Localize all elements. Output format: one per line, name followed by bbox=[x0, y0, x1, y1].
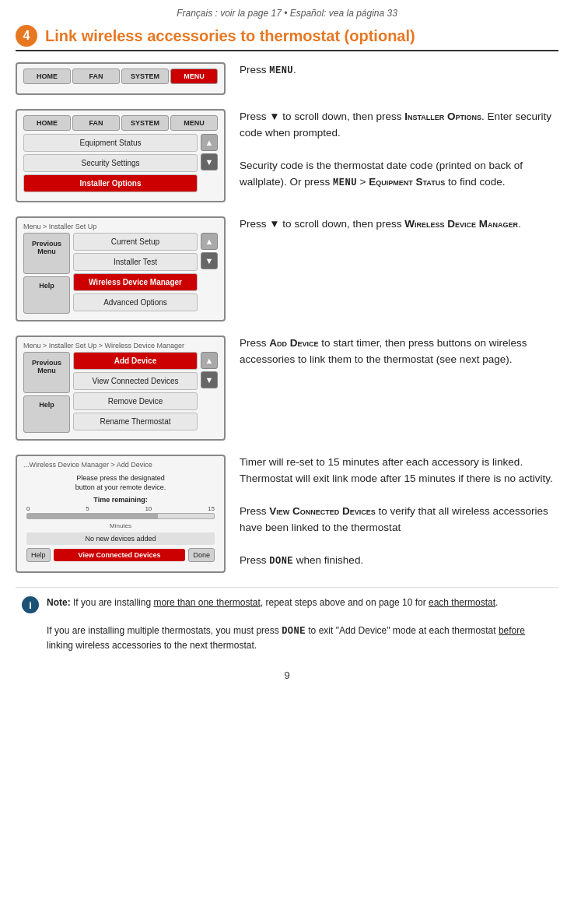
note-bold: Note: bbox=[47, 597, 71, 608]
nav2-system[interactable]: SYSTEM bbox=[121, 115, 169, 131]
block4-row: Menu > Installer Set Up > Wireless Devic… bbox=[16, 336, 558, 441]
key-view-connected: View Connected Devices bbox=[269, 505, 376, 517]
scroll-down3[interactable]: ▼ bbox=[201, 252, 218, 269]
screen3-scroll: Previous Menu Help Current Setup Install… bbox=[23, 233, 218, 314]
screen4-breadcrumb: Menu > Installer Set Up > Wireless Devic… bbox=[23, 342, 218, 350]
lang-es: Español: vea la página 33 bbox=[290, 8, 397, 19]
screen4-scroll: Previous Menu Help Add Device View Conne… bbox=[23, 352, 218, 433]
separator: • bbox=[282, 8, 290, 19]
menu-equipment-status[interactable]: Equipment Status bbox=[23, 134, 198, 152]
nav2-menu[interactable]: MENU bbox=[170, 115, 218, 131]
btn-help3[interactable]: Help bbox=[23, 276, 70, 314]
block4-screen: Menu > Installer Set Up > Wireless Devic… bbox=[16, 336, 226, 441]
timer-units: Minutes bbox=[26, 522, 215, 529]
btn-help5[interactable]: Help bbox=[26, 548, 51, 562]
step-number: 4 bbox=[16, 25, 37, 47]
key-installer-options: Installer Options bbox=[404, 111, 481, 122]
btn-done[interactable]: Done bbox=[188, 548, 215, 562]
nav2-home[interactable]: HOME bbox=[23, 115, 71, 131]
note-text: Note: If you are installing more than on… bbox=[47, 596, 552, 652]
key-done: done bbox=[269, 556, 293, 567]
key-add-device: Add Device bbox=[269, 337, 318, 349]
block2-instruction: Press ▼ to scroll down, then press Insta… bbox=[240, 109, 558, 191]
note-section: i Note: If you are installing more than … bbox=[16, 587, 558, 660]
screen4-menu-list: Add Device View Connected Devices Remove… bbox=[73, 352, 198, 433]
key-menu: menu bbox=[269, 65, 293, 76]
screen4: Menu > Installer Set Up > Wireless Devic… bbox=[16, 336, 226, 441]
scale-10: 10 bbox=[145, 505, 152, 512]
key-menu2: menu bbox=[333, 177, 357, 188]
scroll-up3[interactable]: ▲ bbox=[201, 233, 218, 250]
menu-rename-thermostat[interactable]: Rename Thermostat bbox=[73, 413, 198, 430]
scroll-up4[interactable]: ▲ bbox=[201, 352, 218, 369]
screen3-menu-list: Current Setup Installer Test Wireless De… bbox=[73, 233, 198, 314]
timer-label: Time remaining: bbox=[26, 496, 215, 504]
scroll-up[interactable]: ▲ bbox=[201, 134, 218, 151]
screen5: ...Wireless Device Manager > Add Device … bbox=[16, 455, 226, 573]
nav2-fan[interactable]: FAN bbox=[72, 115, 120, 131]
screen3: Menu > Installer Set Up Previous Menu He… bbox=[16, 216, 226, 321]
scroll-down4[interactable]: ▼ bbox=[201, 371, 218, 388]
note-before: before bbox=[499, 625, 525, 636]
screen5-breadcrumb: ...Wireless Device Manager > Add Device bbox=[23, 461, 218, 469]
menu-security-settings[interactable]: Security Settings bbox=[23, 154, 198, 172]
nav-system[interactable]: SYSTEM bbox=[121, 69, 169, 84]
block2-screen: HOME FAN SYSTEM MENU Equipment Status Se… bbox=[16, 109, 226, 202]
block5-instruction: Timer will re-set to 15 minutes after ea… bbox=[240, 455, 558, 568]
timer-bottom-row: Help View Connected Devices Done bbox=[26, 548, 215, 562]
screen2-nav: HOME FAN SYSTEM MENU bbox=[23, 115, 218, 131]
menu-wireless-device-manager[interactable]: Wireless Device Manager bbox=[73, 273, 198, 291]
block1-row: HOME FAN SYSTEM MENU Press menu. bbox=[16, 62, 558, 95]
menu-view-connected[interactable]: View Connected Devices bbox=[73, 372, 198, 390]
block1-screen: HOME FAN SYSTEM MENU bbox=[16, 62, 226, 95]
screen4-left-btns: Previous Menu Help bbox=[23, 352, 70, 433]
nav-menu[interactable]: MENU bbox=[170, 69, 218, 84]
screen1-nav: HOME FAN SYSTEM MENU bbox=[23, 69, 218, 84]
btn-help4[interactable]: Help bbox=[23, 395, 70, 434]
timer-msg: Please press the designatedbutton at you… bbox=[26, 474, 215, 492]
timer-bar-fill bbox=[27, 514, 158, 518]
menu-installer-options[interactable]: Installer Options bbox=[23, 174, 198, 192]
timer-scale: 0 5 10 15 bbox=[26, 505, 215, 512]
menu-advanced-options[interactable]: Advanced Options bbox=[73, 293, 198, 311]
section-title-bar: 4 Link wireless accessories to thermosta… bbox=[16, 25, 558, 51]
screen1: HOME FAN SYSTEM MENU bbox=[16, 62, 226, 95]
btn-previous-menu4[interactable]: Previous Menu bbox=[23, 352, 70, 393]
block2-row: HOME FAN SYSTEM MENU Equipment Status Se… bbox=[16, 109, 558, 202]
scale-5: 5 bbox=[86, 505, 89, 512]
screen3-left-btns: Previous Menu Help bbox=[23, 233, 70, 314]
timer-screen: Please press the designatedbutton at you… bbox=[23, 471, 218, 565]
block1-instruction: Press menu. bbox=[240, 62, 558, 79]
block3-row: Menu > Installer Set Up Previous Menu He… bbox=[16, 216, 558, 321]
screen3-scroll-btns: ▲ ▼ bbox=[201, 233, 218, 314]
block5-screen: ...Wireless Device Manager > Add Device … bbox=[16, 455, 226, 573]
menu-add-device[interactable]: Add Device bbox=[73, 352, 198, 370]
menu-remove-device[interactable]: Remove Device bbox=[73, 392, 198, 410]
block3-screen: Menu > Installer Set Up Previous Menu He… bbox=[16, 216, 226, 321]
menu-current-setup[interactable]: Current Setup bbox=[73, 233, 198, 251]
screen2: HOME FAN SYSTEM MENU Equipment Status Se… bbox=[16, 109, 226, 202]
block4-instruction: Press Add Device to start timer, then pr… bbox=[240, 336, 558, 368]
page-header: Français : voir la page 17 • Español: ve… bbox=[16, 8, 558, 19]
key-done2: done bbox=[282, 626, 306, 637]
screen2-scroll-btns: ▲ ▼ bbox=[201, 134, 218, 195]
btn-previous-menu3[interactable]: Previous Menu bbox=[23, 233, 70, 274]
timer-bar bbox=[26, 513, 215, 519]
nav-fan[interactable]: FAN bbox=[72, 69, 120, 84]
note-icon: i bbox=[22, 596, 39, 613]
scale-0: 0 bbox=[26, 505, 30, 512]
note-each-thermostat: each thermostat bbox=[429, 597, 495, 608]
btn-view-connected[interactable]: View Connected Devices bbox=[54, 549, 186, 561]
no-devices-msg: No new devices added bbox=[26, 532, 215, 545]
section-title-text: Link wireless accessories to thermostat … bbox=[45, 27, 415, 45]
block5-row: ...Wireless Device Manager > Add Device … bbox=[16, 455, 558, 573]
key-equipment-status: Equipment Status bbox=[369, 176, 445, 188]
page-number: 9 bbox=[16, 669, 558, 681]
nav-home[interactable]: HOME bbox=[23, 69, 71, 84]
note-more-than-one: more than one thermostat bbox=[153, 597, 260, 608]
scroll-down[interactable]: ▼ bbox=[201, 153, 218, 170]
menu-installer-test[interactable]: Installer Test bbox=[73, 253, 198, 271]
screen2-menu-list: Equipment Status Security Settings Insta… bbox=[23, 134, 198, 195]
screen4-scroll-btns: ▲ ▼ bbox=[201, 352, 218, 433]
screen2-scroll: Equipment Status Security Settings Insta… bbox=[23, 134, 218, 195]
